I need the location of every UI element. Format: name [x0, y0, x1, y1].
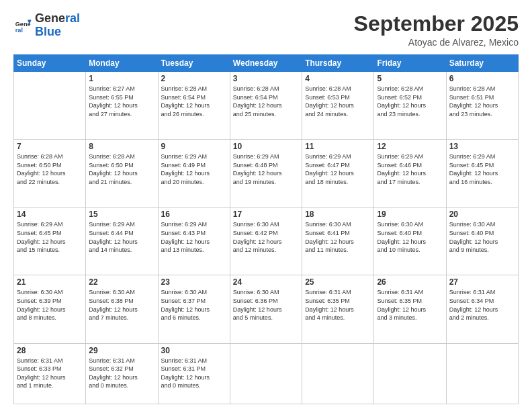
- weekday-header-wednesday: Wednesday: [230, 55, 302, 72]
- calendar-cell: 15Sunrise: 6:29 AM Sunset: 6:44 PM Dayli…: [86, 208, 158, 275]
- day-info: Sunrise: 6:28 AM Sunset: 6:50 PM Dayligh…: [89, 152, 154, 186]
- calendar-cell: [374, 343, 446, 404]
- calendar-cell: 2Sunrise: 6:28 AM Sunset: 6:54 PM Daylig…: [158, 72, 230, 140]
- calendar-cell: 9Sunrise: 6:29 AM Sunset: 6:49 PM Daylig…: [158, 140, 230, 208]
- calendar-cell: 13Sunrise: 6:29 AM Sunset: 6:45 PM Dayli…: [446, 140, 518, 208]
- calendar-cell: 3Sunrise: 6:28 AM Sunset: 6:54 PM Daylig…: [230, 72, 302, 140]
- logo: Gene ral General Blue: [13, 12, 80, 39]
- day-number: 3: [233, 74, 299, 83]
- day-number: 12: [377, 142, 443, 151]
- day-number: 26: [377, 277, 443, 287]
- day-number: 27: [449, 277, 515, 287]
- day-info: Sunrise: 6:28 AM Sunset: 6:50 PM Dayligh…: [17, 152, 83, 186]
- day-number: 5: [377, 74, 443, 83]
- day-info: Sunrise: 6:29 AM Sunset: 6:44 PM Dayligh…: [89, 220, 154, 254]
- day-info: Sunrise: 6:29 AM Sunset: 6:49 PM Dayligh…: [161, 152, 227, 186]
- day-number: 21: [17, 277, 83, 287]
- calendar-cell: 8Sunrise: 6:28 AM Sunset: 6:50 PM Daylig…: [86, 140, 158, 208]
- calendar-cell: 20Sunrise: 6:30 AM Sunset: 6:40 PM Dayli…: [446, 208, 518, 275]
- day-number: 11: [305, 142, 371, 151]
- day-number: 13: [449, 142, 515, 151]
- week-row-2: 7Sunrise: 6:28 AM Sunset: 6:50 PM Daylig…: [14, 140, 519, 208]
- day-number: 17: [233, 210, 299, 219]
- weekday-header-saturday: Saturday: [446, 55, 518, 72]
- day-info: Sunrise: 6:31 AM Sunset: 6:35 PM Dayligh…: [305, 288, 371, 322]
- week-row-3: 14Sunrise: 6:29 AM Sunset: 6:45 PM Dayli…: [14, 208, 519, 275]
- day-number: 25: [305, 277, 371, 287]
- calendar-cell: 12Sunrise: 6:29 AM Sunset: 6:46 PM Dayli…: [374, 140, 446, 208]
- calendar-cell: 27Sunrise: 6:31 AM Sunset: 6:34 PM Dayli…: [446, 275, 518, 343]
- day-number: 24: [233, 277, 299, 287]
- day-info: Sunrise: 6:28 AM Sunset: 6:51 PM Dayligh…: [449, 85, 515, 118]
- day-number: 4: [305, 74, 371, 83]
- calendar-cell: 10Sunrise: 6:29 AM Sunset: 6:48 PM Dayli…: [230, 140, 302, 208]
- day-info: Sunrise: 6:30 AM Sunset: 6:41 PM Dayligh…: [305, 220, 371, 254]
- day-number: 28: [17, 346, 83, 355]
- calendar-cell: 19Sunrise: 6:30 AM Sunset: 6:40 PM Dayli…: [374, 208, 446, 275]
- calendar-cell: 6Sunrise: 6:28 AM Sunset: 6:51 PM Daylig…: [446, 72, 518, 140]
- day-info: Sunrise: 6:29 AM Sunset: 6:46 PM Dayligh…: [377, 152, 443, 186]
- location: Atoyac de Alvarez, Mexico: [354, 37, 519, 48]
- weekday-header-sunday: Sunday: [14, 55, 86, 72]
- logo-text: General Blue: [35, 12, 80, 39]
- day-info: Sunrise: 6:27 AM Sunset: 6:55 PM Dayligh…: [89, 85, 154, 118]
- day-number: 23: [161, 277, 227, 287]
- day-info: Sunrise: 6:28 AM Sunset: 6:54 PM Dayligh…: [161, 85, 227, 118]
- month-title: September 2025: [354, 12, 519, 36]
- calendar: SundayMondayTuesdayWednesdayThursdayFrid…: [13, 54, 519, 404]
- day-info: Sunrise: 6:29 AM Sunset: 6:43 PM Dayligh…: [161, 220, 227, 254]
- header: Gene ral General Blue September 2025 Ato…: [13, 12, 519, 48]
- weekday-header-row: SundayMondayTuesdayWednesdayThursdayFrid…: [14, 55, 519, 72]
- calendar-cell: 30Sunrise: 6:31 AM Sunset: 6:31 PM Dayli…: [158, 343, 230, 404]
- calendar-cell: 26Sunrise: 6:31 AM Sunset: 6:35 PM Dayli…: [374, 275, 446, 343]
- day-number: 10: [233, 142, 299, 151]
- calendar-cell: [446, 343, 518, 404]
- calendar-cell: 24Sunrise: 6:30 AM Sunset: 6:36 PM Dayli…: [230, 275, 302, 343]
- calendar-cell: 28Sunrise: 6:31 AM Sunset: 6:33 PM Dayli…: [14, 343, 86, 404]
- day-info: Sunrise: 6:29 AM Sunset: 6:45 PM Dayligh…: [17, 220, 83, 254]
- day-info: Sunrise: 6:29 AM Sunset: 6:45 PM Dayligh…: [449, 152, 515, 186]
- calendar-cell: 14Sunrise: 6:29 AM Sunset: 6:45 PM Dayli…: [14, 208, 86, 275]
- logo-icon: Gene ral: [13, 16, 32, 35]
- day-number: 9: [161, 142, 227, 151]
- calendar-cell: 25Sunrise: 6:31 AM Sunset: 6:35 PM Dayli…: [302, 275, 374, 343]
- weekday-header-tuesday: Tuesday: [158, 55, 230, 72]
- calendar-cell: 23Sunrise: 6:30 AM Sunset: 6:37 PM Dayli…: [158, 275, 230, 343]
- calendar-cell: 4Sunrise: 6:28 AM Sunset: 6:53 PM Daylig…: [302, 72, 374, 140]
- weekday-header-thursday: Thursday: [302, 55, 374, 72]
- day-info: Sunrise: 6:29 AM Sunset: 6:47 PM Dayligh…: [305, 152, 371, 186]
- day-number: 18: [305, 210, 371, 219]
- day-info: Sunrise: 6:31 AM Sunset: 6:31 PM Dayligh…: [161, 357, 227, 390]
- svg-text:ral: ral: [15, 27, 23, 34]
- day-number: 14: [17, 210, 83, 219]
- calendar-cell: 5Sunrise: 6:28 AM Sunset: 6:52 PM Daylig…: [374, 72, 446, 140]
- day-info: Sunrise: 6:30 AM Sunset: 6:42 PM Dayligh…: [233, 220, 299, 254]
- day-number: 7: [17, 142, 83, 151]
- day-number: 22: [89, 277, 154, 287]
- calendar-cell: 29Sunrise: 6:31 AM Sunset: 6:32 PM Dayli…: [86, 343, 158, 404]
- day-number: 2: [161, 74, 227, 83]
- week-row-4: 21Sunrise: 6:30 AM Sunset: 6:39 PM Dayli…: [14, 275, 519, 343]
- day-info: Sunrise: 6:30 AM Sunset: 6:38 PM Dayligh…: [89, 288, 154, 322]
- day-info: Sunrise: 6:28 AM Sunset: 6:52 PM Dayligh…: [377, 85, 443, 118]
- day-info: Sunrise: 6:31 AM Sunset: 6:32 PM Dayligh…: [89, 357, 154, 390]
- day-info: Sunrise: 6:31 AM Sunset: 6:34 PM Dayligh…: [449, 288, 515, 322]
- week-row-5: 28Sunrise: 6:31 AM Sunset: 6:33 PM Dayli…: [14, 343, 519, 404]
- day-info: Sunrise: 6:30 AM Sunset: 6:36 PM Dayligh…: [233, 288, 299, 322]
- calendar-cell: 16Sunrise: 6:29 AM Sunset: 6:43 PM Dayli…: [158, 208, 230, 275]
- day-number: 19: [377, 210, 443, 219]
- calendar-cell: [302, 343, 374, 404]
- weekday-header-monday: Monday: [86, 55, 158, 72]
- day-number: 8: [89, 142, 154, 151]
- title-block: September 2025 Atoyac de Alvarez, Mexico: [354, 12, 519, 48]
- day-info: Sunrise: 6:30 AM Sunset: 6:40 PM Dayligh…: [449, 220, 515, 254]
- day-info: Sunrise: 6:30 AM Sunset: 6:37 PM Dayligh…: [161, 288, 227, 322]
- day-info: Sunrise: 6:31 AM Sunset: 6:33 PM Dayligh…: [17, 357, 83, 390]
- calendar-cell: [230, 343, 302, 404]
- page: Gene ral General Blue September 2025 Ato…: [0, 0, 532, 411]
- day-info: Sunrise: 6:30 AM Sunset: 6:39 PM Dayligh…: [17, 288, 83, 322]
- day-info: Sunrise: 6:28 AM Sunset: 6:54 PM Dayligh…: [233, 85, 299, 118]
- day-number: 16: [161, 210, 227, 219]
- day-number: 15: [89, 210, 154, 219]
- calendar-cell: 7Sunrise: 6:28 AM Sunset: 6:50 PM Daylig…: [14, 140, 86, 208]
